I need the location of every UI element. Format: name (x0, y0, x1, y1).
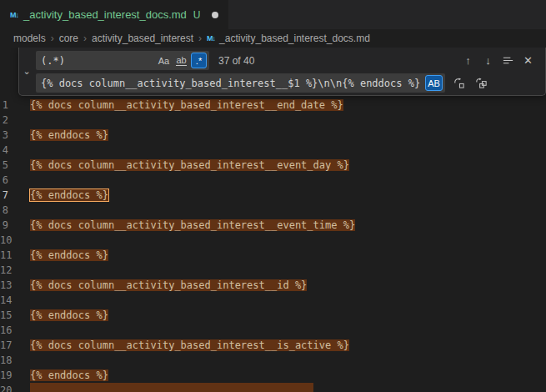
editor-line[interactable]: 15{% enddocs %} (0, 308, 546, 323)
line-number: 14 (0, 293, 30, 308)
find-input[interactable]: (.*) Aa ab .* (36, 51, 209, 70)
find-match-highlight: {% docs column__activity_based_interest_… (30, 279, 307, 291)
line-number: 2 (0, 113, 30, 128)
find-match-highlight: {% docs column__activity_based_interest_… (30, 339, 349, 351)
line-content: {% enddocs %} (30, 128, 108, 143)
breadcrumb: models › core › activity_based_interest … (0, 29, 546, 48)
line-number: 16 (0, 323, 30, 338)
tab-bar: M↓ _activity_based_interest_docs.md U (0, 0, 546, 29)
line-content (30, 383, 313, 392)
find-query-text: (.*) (41, 55, 156, 67)
editor-line[interactable]: 18 (0, 353, 546, 368)
editor-line[interactable]: 19{% enddocs %} (0, 368, 546, 383)
match-case-option[interactable]: Aa (156, 53, 172, 68)
whole-word-option[interactable]: ab (173, 53, 189, 68)
editor-line[interactable]: 11{% enddocs %} (0, 248, 546, 263)
line-content: {% enddocs %} (30, 368, 108, 383)
line-number: 13 (0, 278, 30, 293)
vscode-window: M↓ _activity_based_interest_docs.md U mo… (0, 0, 546, 392)
code-editor[interactable]: 1{% docs column__activity_based_interest… (0, 48, 546, 392)
replace-all-icon[interactable] (473, 74, 490, 92)
breadcrumb-item-core[interactable]: core (59, 33, 78, 44)
line-content: {% docs column__activity_based_interest_… (30, 158, 349, 173)
editor-line[interactable]: 10 (0, 233, 546, 248)
git-status-badge: U (193, 9, 201, 21)
editor-line[interactable]: 14 (0, 293, 546, 308)
editor-line[interactable]: 17{% docs column__activity_based_interes… (0, 338, 546, 353)
line-content: {% enddocs %} (30, 248, 108, 263)
line-number: 15 (0, 308, 30, 323)
breadcrumb-filename: _activity_based_interest_docs.md (219, 33, 370, 44)
breadcrumb-separator: › (198, 33, 202, 44)
breadcrumb-item-models[interactable]: models (13, 33, 46, 44)
breadcrumb-item-file[interactable]: M↓ _activity_based_interest_docs.md (207, 33, 370, 44)
editor-line[interactable]: 1{% docs column__activity_based_interest… (0, 98, 546, 113)
line-number: 9 (0, 218, 30, 233)
editor-line[interactable]: 2 (0, 113, 546, 128)
editor-lines: 1{% docs column__activity_based_interest… (0, 48, 546, 392)
line-number: 10 (0, 233, 30, 248)
line-number: 18 (0, 353, 30, 368)
close-icon[interactable]: ✕ (519, 52, 537, 69)
markdown-file-icon: M↓ (207, 34, 215, 43)
line-content: {% docs column__activity_based_interest_… (30, 98, 343, 113)
line-number: 3 (0, 128, 30, 143)
match-count: 37 of 40 (218, 55, 254, 67)
line-content: {% enddocs %} (30, 308, 108, 323)
line-number: 5 (0, 158, 30, 173)
line-number: 19 (0, 368, 30, 383)
previous-match-button[interactable]: ↑ (459, 52, 477, 69)
line-number: 7 (0, 188, 30, 203)
replace-input[interactable]: {% docs column__activity_based_interest_… (36, 73, 445, 93)
breadcrumb-separator: › (83, 33, 87, 44)
line-content: {% docs column__activity_based_interest_… (30, 218, 355, 233)
line-content: {% enddocs %} (30, 188, 108, 203)
editor-line[interactable]: 3{% enddocs %} (0, 128, 546, 143)
find-match-highlight: {% enddocs %} (30, 249, 108, 261)
editor-line[interactable]: 20 (0, 383, 546, 392)
editor-line[interactable]: 12 (0, 263, 546, 278)
tab-filename: _activity_based_interest_docs.md (23, 8, 187, 21)
editor-line[interactable]: 13{% docs column__activity_based_interes… (0, 278, 546, 293)
line-number: 11 (0, 248, 30, 263)
replace-value-text: {% docs column__activity_based_interest_… (41, 78, 420, 89)
line-number: 12 (0, 263, 30, 278)
editor-line[interactable]: 16 (0, 323, 546, 338)
find-match-highlight: {% enddocs %} (30, 129, 108, 141)
markdown-file-icon: M↓ (10, 11, 18, 19)
next-match-button[interactable]: ↓ (479, 52, 497, 69)
line-content: {% docs column__activity_based_interest_… (30, 278, 307, 293)
line-number: 20 (0, 383, 30, 392)
editor-line[interactable]: 7{% enddocs %} (0, 188, 546, 203)
find-match-highlight (30, 383, 313, 392)
line-content: {% docs column__activity_based_interest_… (30, 338, 349, 353)
find-row: (.*) Aa ab .* 37 of 40 ↑ ↓ ✕ (36, 51, 538, 70)
regex-option[interactable]: .* (191, 53, 207, 68)
editor-line[interactable]: 6 (0, 173, 546, 188)
replace-icon[interactable] (450, 74, 468, 92)
editor-line[interactable]: 9{% docs column__activity_based_interest… (0, 218, 546, 233)
line-number: 6 (0, 173, 30, 188)
line-number: 8 (0, 203, 30, 218)
preserve-case-option[interactable]: AB (425, 75, 443, 91)
editor-line[interactable]: 4 (0, 143, 546, 158)
line-number: 1 (0, 98, 30, 113)
breadcrumb-separator: › (51, 33, 54, 44)
find-match-highlight: {% docs column__activity_based_interest_… (30, 99, 343, 111)
editor-line[interactable]: 8 (0, 203, 546, 218)
find-match-highlight: {% docs column__activity_based_interest_… (30, 159, 349, 171)
editor-line[interactable]: 5{% docs column__activity_based_interest… (0, 158, 546, 173)
find-match-highlight: {% enddocs %} (30, 369, 108, 381)
line-number: 4 (0, 143, 30, 158)
find-replace-widget: ⌄ (.*) Aa ab .* 37 of 40 ↑ ↓ (18, 48, 546, 96)
current-find-match: {% enddocs %} (30, 189, 108, 201)
find-match-highlight: {% enddocs %} (30, 309, 108, 321)
editor-tab[interactable]: M↓ _activity_based_interest_docs.md U (0, 0, 228, 29)
unsaved-changes-dot[interactable] (212, 12, 218, 18)
line-number: 17 (0, 338, 30, 353)
toggle-replace-chevron-icon[interactable]: ⌄ (19, 48, 34, 95)
find-in-selection-icon[interactable] (499, 52, 517, 69)
breadcrumb-item-folder[interactable]: activity_based_interest (92, 33, 193, 44)
find-match-highlight: {% docs column__activity_based_interest_… (30, 219, 355, 231)
replace-row: {% docs column__activity_based_interest_… (36, 73, 538, 93)
